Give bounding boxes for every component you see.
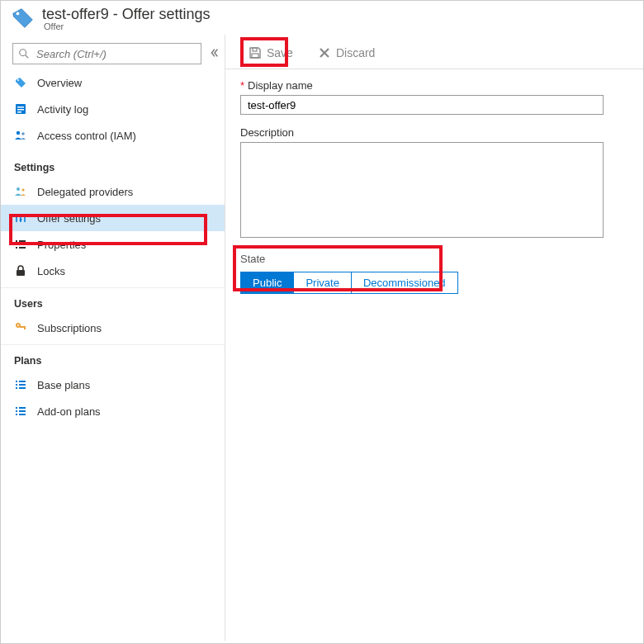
svg-point-8 [17, 131, 20, 135]
svg-line-2 [26, 55, 29, 59]
list-icon [14, 378, 27, 391]
search-input[interactable] [35, 47, 196, 61]
svg-rect-40 [19, 414, 26, 415]
svg-rect-19 [19, 240, 26, 242]
save-button[interactable]: Save [244, 40, 298, 66]
svg-rect-21 [19, 244, 26, 245]
svg-rect-41 [253, 48, 257, 51]
svg-point-15 [16, 215, 18, 218]
close-icon [318, 46, 331, 59]
svg-rect-7 [17, 111, 21, 113]
sidebar-item-offer-settings[interactable]: Offer settings [1, 205, 225, 231]
sidebar-item-label: Overview [37, 77, 82, 89]
page-header: test-offer9 - Offer settings Offer [1, 1, 643, 35]
sidebar-item-label: Subscriptions [37, 322, 102, 334]
sidebar-item-properties[interactable]: Properties [1, 231, 225, 258]
properties-list-icon [14, 238, 27, 251]
state-option-public[interactable]: Public [241, 272, 294, 293]
required-asterisk: * [240, 79, 244, 92]
svg-rect-20 [16, 244, 17, 245]
svg-point-11 [21, 188, 24, 191]
sidebar-item-activity-log[interactable]: Activity log [1, 96, 225, 122]
description-label: Description [240, 126, 643, 139]
activity-log-icon [14, 102, 27, 116]
svg-rect-35 [16, 407, 17, 409]
sidebar-item-overview[interactable]: Overview [1, 69, 225, 96]
key-icon [14, 321, 27, 334]
save-button-label: Save [267, 46, 293, 59]
people-icon [14, 129, 27, 142]
lock-icon [14, 264, 27, 277]
sidebar-item-delegated-providers[interactable]: Delegated providers [1, 178, 225, 205]
sidebar-item-label: Base plans [37, 379, 90, 391]
page-title: test-offer9 - Offer settings [42, 6, 210, 23]
state-label: State [240, 253, 643, 265]
sidebar-item-label: Add-on plans [37, 405, 101, 418]
search-icon [18, 48, 30, 59]
svg-point-1 [20, 50, 26, 56]
sidebar-item-subscriptions[interactable]: Subscriptions [1, 315, 225, 341]
svg-rect-38 [19, 410, 26, 412]
offer-tag-icon [11, 6, 36, 31]
svg-rect-34 [19, 387, 26, 389]
svg-rect-28 [24, 328, 26, 329]
sidebar-item-label: Activity log [37, 103, 88, 116]
discard-button-label: Discard [336, 46, 375, 59]
svg-rect-24 [17, 270, 25, 276]
svg-rect-42 [252, 54, 258, 58]
sidebar-item-addon-plans[interactable]: Add-on plans [1, 398, 225, 424]
svg-rect-30 [19, 381, 26, 382]
state-option-decommissioned[interactable]: Decommissioned [352, 272, 457, 293]
svg-rect-39 [16, 414, 17, 415]
page-subtitle: Offer [44, 21, 210, 31]
sidebar-item-label: Locks [37, 265, 65, 277]
svg-rect-18 [16, 240, 17, 242]
svg-point-10 [17, 187, 20, 191]
svg-rect-32 [19, 384, 26, 386]
state-option-private[interactable]: Private [294, 272, 351, 293]
description-input[interactable] [240, 142, 604, 238]
toolbar: Save Discard [225, 36, 643, 69]
sidebar-item-label: Properties [37, 239, 86, 251]
svg-rect-37 [16, 410, 17, 412]
list-icon [14, 405, 27, 418]
people-colored-icon [14, 185, 27, 198]
state-segmented-control: Public Private Decommissioned [240, 272, 458, 294]
svg-rect-5 [17, 107, 24, 108]
main-content: Save Discard *Display name Des [225, 35, 643, 641]
sidebar-item-label: Access control (IAM) [37, 130, 136, 142]
svg-point-3 [17, 79, 19, 81]
svg-rect-22 [16, 247, 17, 249]
svg-point-17 [24, 215, 26, 217]
display-name-input[interactable] [240, 95, 604, 115]
offer-tag-icon [14, 76, 27, 89]
sidebar-group-settings: Settings [1, 152, 225, 178]
search-input-wrapper[interactable] [12, 43, 201, 64]
sidebar-item-label: Offer settings [37, 212, 101, 225]
sidebar-item-label: Delegated providers [37, 186, 133, 198]
svg-rect-23 [19, 247, 26, 249]
save-icon [249, 46, 262, 59]
discard-button[interactable]: Discard [313, 40, 380, 66]
sliders-icon [14, 211, 27, 225]
svg-rect-31 [16, 384, 17, 386]
svg-rect-29 [16, 381, 17, 382]
sidebar-item-access-control[interactable]: Access control (IAM) [1, 122, 225, 149]
collapse-sidebar-button[interactable] [201, 47, 216, 61]
svg-rect-36 [19, 407, 26, 409]
svg-rect-27 [20, 326, 26, 328]
sidebar: Overview Activity log Access control (IA… [1, 35, 225, 641]
sidebar-group-users: Users [1, 287, 225, 315]
sidebar-item-locks[interactable]: Locks [1, 258, 225, 284]
sidebar-item-base-plans[interactable]: Base plans [1, 372, 225, 398]
svg-point-26 [17, 324, 19, 326]
svg-rect-33 [16, 387, 17, 389]
svg-rect-6 [17, 109, 24, 111]
svg-point-9 [21, 132, 25, 135]
svg-point-0 [17, 12, 20, 16]
sidebar-group-plans: Plans [1, 344, 225, 372]
svg-point-16 [20, 219, 22, 221]
display-name-label: *Display name [240, 79, 643, 92]
